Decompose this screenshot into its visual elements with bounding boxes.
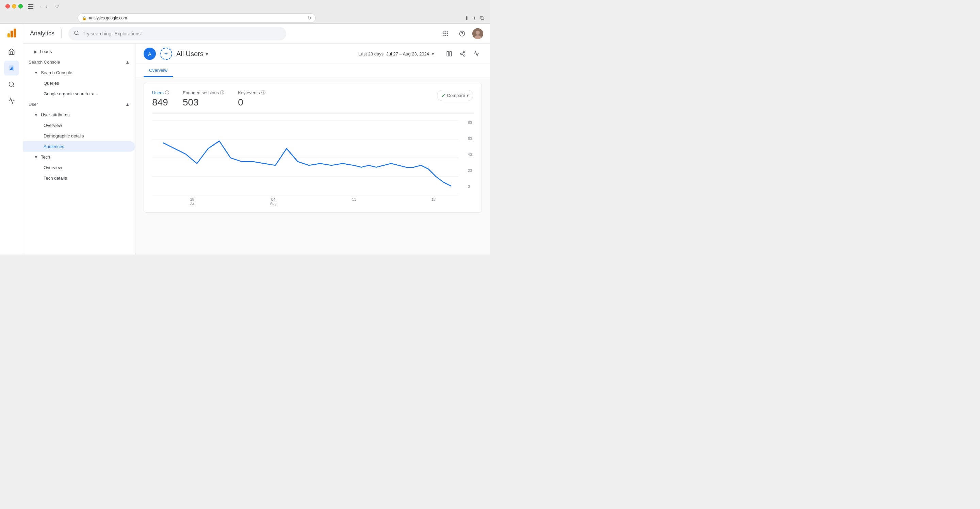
svg-rect-29: [450, 51, 452, 56]
tech-details-label: Tech details: [43, 176, 67, 181]
sidebar-item-tech[interactable]: ▼ Tech: [23, 152, 135, 162]
browser-chrome: ‹ › 🛡 🔒 analytics.google.com ↻ ⬆ + ⧉: [0, 0, 490, 24]
compare-label: Compare: [447, 93, 465, 98]
close-button[interactable]: [5, 4, 10, 8]
minimize-button[interactable]: [12, 4, 16, 8]
date-range-label: Last 28 days: [359, 51, 384, 56]
back-arrow-icon[interactable]: ‹: [38, 3, 43, 10]
search-console-collapse-icon: ▲: [125, 60, 130, 65]
tech-chevron-icon: ▼: [34, 155, 38, 159]
nav-reports-icon[interactable]: [4, 60, 19, 76]
sidebar-item-overview-1[interactable]: Overview: [23, 120, 135, 130]
users-label: Users: [152, 90, 164, 95]
browser-actions: ⬆ + ⧉: [464, 14, 485, 22]
engaged-info-icon[interactable]: ⓘ: [220, 90, 224, 95]
split-view-icon[interactable]: ⧉: [479, 14, 485, 22]
svg-rect-5: [14, 29, 16, 37]
main-content: A + All Users ▾ Last 28 days Jul 27 – Au…: [135, 43, 490, 254]
svg-point-26: [476, 30, 480, 35]
metric-engaged-sessions[interactable]: Engaged sessions ⓘ 503: [183, 90, 224, 108]
user-section-header[interactable]: User ▲: [23, 99, 135, 110]
svg-rect-1: [28, 6, 33, 7]
add-segment-button[interactable]: +: [160, 48, 172, 60]
svg-rect-14: [443, 31, 444, 32]
apps-grid-icon[interactable]: [440, 27, 452, 40]
sidebar-item-tech-details[interactable]: Tech details: [23, 173, 135, 183]
maximize-button[interactable]: [18, 4, 23, 8]
y-label-20: 20: [468, 169, 472, 172]
engaged-sessions-value: 503: [183, 97, 224, 108]
date-caret-icon: ▾: [432, 51, 434, 56]
key-events-info-icon[interactable]: ⓘ: [261, 90, 266, 95]
x-date-18: 18: [431, 197, 436, 201]
icon-nav: [0, 24, 23, 254]
new-tab-icon[interactable]: +: [472, 14, 477, 22]
engaged-sessions-label: Engaged sessions: [183, 90, 219, 95]
x-label-jul28: 28 Jul: [190, 197, 195, 205]
metric-key-events[interactable]: Key events ⓘ 0: [238, 90, 265, 108]
traffic-lights: [5, 4, 23, 8]
segment-caret-icon: ▾: [205, 51, 208, 57]
ga-logo-icon: [6, 28, 17, 39]
segment-avatar[interactable]: A: [143, 48, 156, 60]
nav-home-icon[interactable]: [4, 44, 19, 59]
sidebar-item-google-organic[interactable]: Google organic search tra...: [23, 89, 135, 99]
tab-overview[interactable]: Overview: [143, 64, 173, 77]
insights-icon[interactable]: [471, 48, 482, 59]
sidebar-toggle-icon[interactable]: [27, 3, 34, 10]
sidebar-item-queries[interactable]: Queries: [23, 78, 135, 89]
svg-point-30: [463, 51, 465, 53]
nav-explore-icon[interactable]: [4, 77, 19, 92]
column-view-icon[interactable]: [444, 48, 455, 59]
metrics-section: Users ⓘ 849 Engaged sessions ⓘ 503: [143, 83, 482, 213]
y-label-80: 80: [468, 121, 472, 124]
google-organic-label: Google organic search tra...: [43, 91, 98, 96]
view-icon-group: [444, 48, 482, 59]
user-avatar[interactable]: [472, 28, 483, 39]
analytics-logo: Analytics: [30, 30, 54, 37]
search-bar[interactable]: Try searching "Explorations": [68, 27, 286, 40]
reload-icon[interactable]: ↻: [307, 15, 311, 21]
x-month-aug: Aug: [270, 201, 277, 205]
date-range-picker[interactable]: Last 28 days Jul 27 – Aug 23, 2024 ▾: [359, 51, 434, 56]
sidebar-item-demographic[interactable]: Demographic details: [23, 130, 135, 141]
svg-rect-20: [443, 35, 444, 36]
user-section-label: User: [29, 102, 38, 107]
demographic-label: Demographic details: [43, 134, 84, 138]
audiences-label: Audiences: [43, 144, 64, 149]
segment-name-dropdown[interactable]: All Users ▾: [176, 50, 208, 58]
x-date-11: 11: [352, 197, 356, 201]
share-icon[interactable]: ⬆: [464, 14, 469, 22]
svg-rect-0: [28, 4, 33, 5]
x-label-aug18: 18: [431, 197, 436, 205]
queries-label: Queries: [43, 81, 59, 86]
header-divider: [61, 29, 62, 38]
sidebar-item-overview-2[interactable]: Overview: [23, 162, 135, 173]
svg-line-33: [462, 54, 463, 55]
help-icon[interactable]: [456, 27, 468, 40]
app-title: Analytics: [30, 30, 54, 37]
sidebar-item-audiences[interactable]: Audiences: [23, 141, 135, 152]
nav-advertising-icon[interactable]: [4, 93, 19, 108]
app-header: Analytics Try searching "Explorations": [23, 24, 490, 43]
forward-arrow-icon[interactable]: ›: [44, 3, 49, 10]
y-axis-labels: 80 60 40 20 0: [466, 121, 473, 188]
sidebar-item-search-console[interactable]: ▼ Search Console: [23, 67, 135, 78]
compare-caret-icon: ▾: [466, 93, 469, 98]
compare-button[interactable]: ✓ Compare ▾: [437, 90, 473, 101]
users-value: 849: [152, 97, 169, 108]
metric-users[interactable]: Users ⓘ 849: [152, 90, 169, 108]
svg-point-31: [460, 53, 462, 55]
svg-line-11: [13, 86, 14, 87]
svg-rect-19: [447, 33, 448, 34]
address-bar[interactable]: 🔒 analytics.google.com ↻: [78, 13, 316, 23]
sidebar-item-user-attributes[interactable]: ▼ User attributes: [23, 110, 135, 120]
search-console-section-header[interactable]: Search Console ▲: [23, 57, 135, 67]
users-info-icon[interactable]: ⓘ: [165, 90, 169, 95]
search-console-chevron-icon: ▼: [34, 70, 38, 75]
share-icon[interactable]: [457, 48, 468, 59]
sidebar-item-leads-label: Leads: [40, 49, 52, 54]
svg-point-32: [463, 55, 465, 56]
sidebar-item-leads[interactable]: ▶ Leads: [23, 46, 135, 57]
svg-rect-3: [8, 33, 10, 37]
